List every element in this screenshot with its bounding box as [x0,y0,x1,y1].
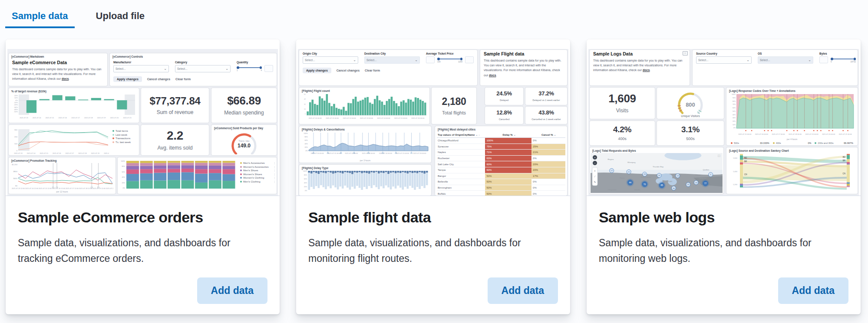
markdown-panel: Sample Logs DataThis dashboard contains … [590,50,690,85]
control-label: Category [175,61,231,64]
svg-text:2021-07-20 00:00: 2021-07-20 00:00 [822,134,835,135]
svg-text:2021-07-11 00:00: 2021-07-11 00:00 [328,153,341,154]
legend-label: Total items [116,130,128,132]
svg-text:2021-07-18 12:00: 2021-07-18 12:00 [79,188,92,189]
range-slider[interactable]: 14 [237,65,262,72]
preview-button[interactable]: Apply changes [113,76,142,82]
svg-text:Minneapolis: Minneapolis [641,176,651,178]
tab-upload-file[interactable]: Upload file [89,10,151,28]
card-sample-web-logs: Sample Logs DataThis dashboard contains … [587,39,861,314]
select-input[interactable]: Select...⌄ [758,56,813,64]
legend-dot [240,173,242,175]
svg-text:Thunder Bay: Thunder Bay [653,166,664,168]
svg-text:100: 100 [14,143,18,145]
svg-text:2021-07-20 12:00: 2021-07-20 12:00 [106,188,113,189]
legend-dot [112,137,114,139]
select-input[interactable]: Select...⌄ [696,56,752,64]
svg-text:15: 15 [687,183,690,186]
control-field: Average Ticket Price1001200 [426,52,474,63]
svg-text:77: 77 [704,182,707,185]
preview-button[interactable]: Apply changes [303,68,331,73]
svg-text:32: 32 [304,104,306,105]
table-cell: 25% [531,144,565,150]
map-panel: [Logs] Total Requests and BytesReginaWin… [590,147,723,194]
slider-handle[interactable] [831,58,833,60]
table-header-cell[interactable]: Top values of OriginCityName⌄ ↓ [437,133,486,136]
dashboard-preview-flights: Origin CitySelect...⌄Destination CitySel… [296,39,570,196]
range-slider[interactable]: 019732 [831,56,856,63]
svg-text:65: 65 [304,94,306,95]
select-placeholder: Select... [698,59,708,62]
svg-text:19: 19 [644,173,646,175]
slider-handle[interactable] [854,58,856,60]
svg-text:0%: 0% [305,190,307,192]
legend-item: 200s and 300s66.667% [813,142,855,144]
legend-dot [240,162,242,164]
legend-label: Last week [116,134,127,136]
metric-panel: 2,180Total flights [432,88,476,124]
metric-label: Cancelled vs 1 week earlier [531,118,561,121]
svg-text:Quebec: Quebec [703,169,710,171]
metric-value: 24.5% [496,90,512,97]
add-data-button-flights[interactable]: Add data [488,277,558,304]
select-input[interactable]: Select...⌄ [364,56,420,64]
table-row: Chicago/Rockford100%0% [437,138,565,144]
table-header-cell[interactable]: Cancel %⌄ [532,133,565,136]
table-cell: 20% [531,161,565,167]
range-min: 100 [437,61,441,63]
svg-text:80%: 80% [733,101,736,102]
legend-item: Tx. last week [112,141,138,144]
table-cell: Chicago/Rockford [437,138,485,144]
svg-text:2021-07-14: 2021-07-14 [33,117,41,119]
slider-handle[interactable] [237,66,239,69]
svg-text:WYOMING: WYOMING [600,183,607,185]
slider-track [238,67,261,68]
svg-text:$1,200: $1,200 [12,163,17,166]
table-cell: 50% [485,185,531,191]
range-value-box [264,65,273,72]
svg-text:Regina: Regina [608,158,614,160]
svg-text:70: 70 [644,183,646,186]
table-header-cell[interactable]: Delay %⌄ [486,133,532,136]
tab-sample-data[interactable]: Sample data [5,10,75,28]
metric-label: Avg. items sold [157,145,192,152]
x-axis-label: per 4 hours [726,138,858,140]
preview-button[interactable]: Clear form [175,78,191,81]
card-description: Sample data, visualizations, and dashboa… [599,235,844,266]
svg-text:2021-07-12 00:00: 2021-07-12 00:00 [343,117,356,119]
svg-text:2021-07-16 12:00: 2021-07-16 12:00 [52,188,65,189]
control-label: Destination City [364,52,420,55]
metric-panel: $77,377.84Sum of revenue [141,88,209,123]
preview-button[interactable]: Cancel changes [147,78,170,81]
add-data-button-ecommerce[interactable]: Add data [197,277,267,304]
select-input[interactable]: Select...⌄ [303,56,358,64]
select-input[interactable]: Select...⌄ [175,65,231,72]
select-input[interactable]: Select...⌄ [113,65,169,72]
gauge-panel: [eCommerce] Sold Products per DayTrans /… [211,125,277,155]
slider-handle[interactable] [437,58,440,60]
range-slider[interactable]: 1001200 [437,56,462,63]
slider-handle[interactable] [460,58,463,60]
preview-button[interactable]: Cancel changes [337,69,360,72]
svg-text:100%: 100% [732,94,736,95]
metric-label: Median spending [224,110,264,117]
svg-text:2021-07-18: 2021-07-18 [78,153,86,154]
control-label: Source Country [696,52,752,55]
add-data-button-web-logs[interactable]: Add data [778,277,848,304]
svg-text:2021-07-13 00:00: 2021-07-13 00:00 [362,153,375,154]
slider-handle[interactable] [260,66,262,69]
svg-text:2021-07-13 12:00: 2021-07-13 12:00 [12,188,25,189]
legend-dot [112,130,114,132]
x-axis-label: per 3 hours [299,160,431,162]
table-row: Syracuse75%25% [437,144,565,150]
preview-button[interactable]: Clear form [365,69,380,72]
metric-label: Visits [616,108,628,114]
svg-text:2021-07-16: 2021-07-16 [53,153,61,154]
control-field: Destination CitySelect...⌄ [364,52,420,64]
card-description: Sample data, visualizations, and dashboa… [308,235,554,266]
svg-text:20%: 20% [733,121,736,122]
panel-window-icon: – [683,51,688,55]
svg-text:300: 300 [14,129,18,131]
responsecodes-panel: [Logs] Response Codes Over Time + Annota… [726,88,858,145]
svg-text:2021-07-17: 2021-07-17 [71,117,79,119]
